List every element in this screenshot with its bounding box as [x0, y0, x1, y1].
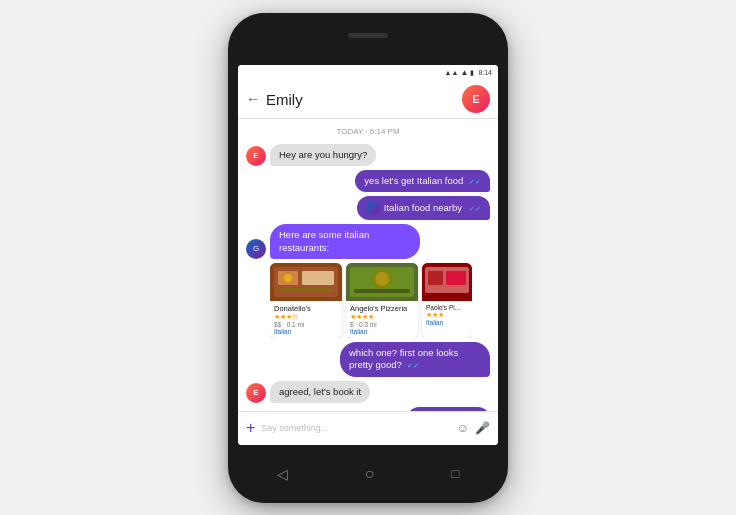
restaurant-meta: $$ · 0.1 mi	[274, 321, 338, 328]
restaurant-cards: Donatello's ★★★½ $$ · 0.1 mi Italian	[270, 263, 472, 338]
restaurant-stars: ★★★★	[350, 313, 414, 321]
assistant-sent-bubble: Donatello's	[407, 407, 490, 411]
app-header: ← Emily E	[238, 81, 498, 119]
contact-name: Emily	[266, 91, 456, 108]
home-nav-button[interactable]: ○	[365, 465, 375, 483]
sender-avatar: E	[246, 146, 266, 166]
restaurant-card[interactable]: Paolo's Pi... ★★★ Italian	[422, 263, 472, 338]
contact-avatar[interactable]: E	[462, 85, 490, 113]
restaurant-image	[346, 263, 418, 301]
wifi-icon: ▲	[460, 68, 468, 77]
svg-rect-13	[428, 271, 443, 285]
message-bubble: Hey are you hungry?	[270, 144, 376, 166]
message-bubble: agreed, let's book it	[270, 381, 370, 403]
phone-speaker	[348, 33, 388, 38]
back-nav-button[interactable]: ◁	[277, 466, 288, 482]
allo-icon	[366, 201, 380, 215]
card-info: Angelo's Pizzeria ★★★★ $ · 0.3 mi Italia…	[346, 301, 418, 338]
back-button[interactable]: ←	[246, 91, 260, 107]
mic-button[interactable]: 🎤	[475, 421, 490, 435]
restaurant-type: Italian	[350, 328, 414, 335]
phone-body: ▲▲ ▲ ▮ 8:14 ← Emily E TODAY · 6:14 PM	[228, 13, 508, 503]
recent-nav-button[interactable]: □	[452, 466, 460, 481]
message-bubble: which one? first one looks pretty good? …	[340, 342, 490, 377]
date-label: TODAY · 6:14 PM	[246, 127, 490, 136]
signal-icon: ▲▲	[445, 69, 459, 76]
input-area: + Say something... ☺ 🎤	[238, 411, 498, 445]
card-info: Donatello's ★★★½ $$ · 0.1 mi Italian	[270, 301, 342, 338]
assistant-bubble: Here are some italian restaurants:	[270, 224, 420, 259]
message-row: E agreed, let's book it	[246, 381, 490, 403]
input-action-icons: ☺ 🎤	[457, 421, 490, 435]
card-info: Paolo's Pi... ★★★ Italian	[422, 301, 472, 329]
assistant-icon: G	[246, 239, 266, 259]
restaurant-image	[422, 263, 472, 301]
message-row: which one? first one looks pretty good? …	[246, 342, 490, 377]
svg-rect-4	[278, 288, 334, 292]
svg-point-9	[375, 272, 389, 286]
message-row: G Here are some italian restaurants:	[246, 224, 490, 259]
restaurant-card[interactable]: Donatello's ★★★½ $$ · 0.1 mi Italian	[270, 263, 342, 338]
svg-rect-14	[446, 271, 466, 285]
status-bar: ▲▲ ▲ ▮ 8:14	[238, 65, 498, 81]
message-input[interactable]: Say something...	[261, 423, 450, 433]
restaurant-name: Paolo's Pi...	[426, 304, 468, 311]
phone-mockup: ▲▲ ▲ ▮ 8:14 ← Emily E TODAY · 6:14 PM	[228, 13, 508, 503]
read-receipt: ✓✓	[407, 362, 419, 369]
read-receipt: ✓✓	[469, 204, 481, 213]
battery-icon: ▮	[470, 69, 474, 77]
restaurant-stars: ★★★	[426, 311, 468, 319]
restaurant-card[interactable]: Angelo's Pizzeria ★★★★ $ · 0.3 mi Italia…	[346, 263, 418, 338]
restaurant-type: Italian	[274, 328, 338, 335]
emoji-button[interactable]: ☺	[457, 421, 469, 435]
sender-avatar: E	[246, 383, 266, 403]
add-attachment-button[interactable]: +	[246, 420, 255, 436]
restaurant-meta: $ · 0.3 mi	[350, 321, 414, 328]
message-row: yes let's get Italian food ✓✓	[246, 170, 490, 192]
read-receipt: ✓✓	[469, 178, 481, 185]
message-row: Italian food nearby ✓✓	[246, 196, 490, 220]
restaurant-stars: ★★★½	[274, 313, 338, 321]
restaurant-type: Italian	[426, 319, 468, 326]
time-display: 8:14	[478, 69, 492, 76]
assistant-sent-bubble: Italian food nearby ✓✓	[357, 196, 490, 220]
restaurant-name: Donatello's	[274, 304, 338, 313]
svg-rect-10	[354, 289, 410, 293]
restaurant-name: Angelo's Pizzeria	[350, 304, 414, 313]
svg-point-5	[284, 274, 292, 282]
chat-area: TODAY · 6:14 PM E Hey are you hungry? ye…	[238, 119, 498, 411]
status-bar-icons: ▲▲ ▲ ▮ 8:14	[445, 68, 492, 77]
restaurant-cards-row: Donatello's ★★★½ $$ · 0.1 mi Italian	[246, 263, 490, 338]
phone-screen: ▲▲ ▲ ▮ 8:14 ← Emily E TODAY · 6:14 PM	[238, 65, 498, 445]
restaurant-image	[270, 263, 342, 301]
message-row: E Hey are you hungry?	[246, 144, 490, 166]
message-bubble: yes let's get Italian food ✓✓	[355, 170, 490, 192]
nav-bar: ◁ ○ □	[238, 455, 498, 493]
svg-rect-3	[302, 271, 334, 285]
